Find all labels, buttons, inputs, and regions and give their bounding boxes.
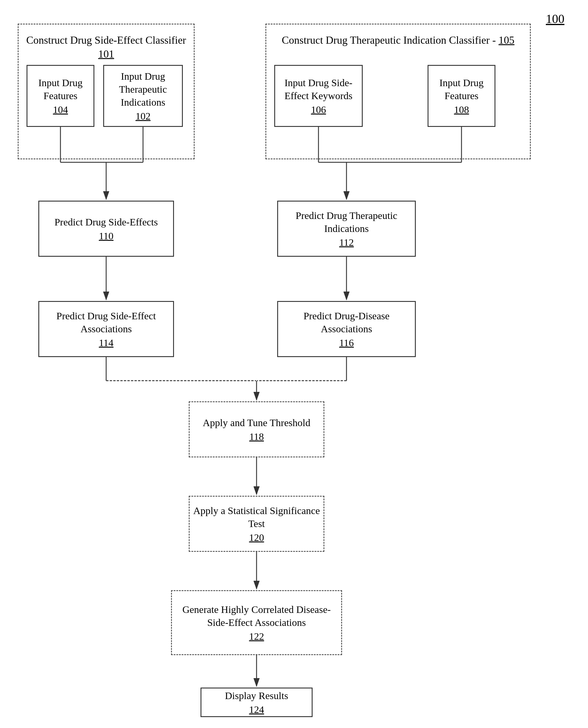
predict-drug-side-effects-110-box: Predict Drug Side-Effects 110 <box>38 201 174 257</box>
diagram-container: 100 Construct Drug Side-Effect Classifie… <box>0 0 588 728</box>
display-results-124-label: Display Results <box>225 689 288 702</box>
predict-drug-side-effect-assoc-114-label: Predict Drug Side-Effect Associations <box>39 309 173 336</box>
outer-left-title: Construct Drug Side-Effect Classifier 10… <box>24 33 188 61</box>
apply-tune-threshold-118-label: Apply and Tune Threshold <box>203 417 311 429</box>
display-results-124-box: Display Results 124 <box>201 688 313 717</box>
predict-drug-therapeutic-112-number: 112 <box>339 237 354 248</box>
outer-left-number: 101 <box>98 48 114 60</box>
generate-highly-correlated-122-number: 122 <box>249 631 264 642</box>
figure-number: 100 <box>546 12 564 26</box>
outer-right-title: Construct Drug Therapeutic Indication Cl… <box>272 33 524 47</box>
apply-stat-test-120-box: Apply a Statistical Significance Test 12… <box>189 496 324 552</box>
apply-tune-threshold-118-number: 118 <box>249 431 264 442</box>
input-drug-therapeutic-102-label: Input Drug Therapeutic Indications <box>104 70 182 109</box>
input-drug-features-104-label: Input Drug Features <box>27 77 93 102</box>
predict-drug-therapeutic-112-label: Predict Drug Therapeutic Indications <box>278 209 415 235</box>
predict-drug-side-effect-assoc-114-number: 114 <box>99 337 113 348</box>
input-drug-features-108-label: Input Drug Features <box>428 77 495 102</box>
predict-drug-side-effects-110-number: 110 <box>99 230 113 242</box>
predict-drug-disease-assoc-116-number: 116 <box>339 337 354 348</box>
input-drug-side-effect-keywords-106-label: Input Drug Side-Effect Keywords <box>275 77 362 102</box>
input-drug-features-104-number: 104 <box>53 104 68 115</box>
predict-drug-side-effect-assoc-114-box: Predict Drug Side-Effect Associations 11… <box>38 301 174 357</box>
predict-drug-disease-assoc-116-box: Predict Drug-Disease Associations 116 <box>277 301 416 357</box>
predict-drug-side-effects-110-label: Predict Drug Side-Effects <box>55 216 158 229</box>
predict-drug-disease-assoc-116-label: Predict Drug-Disease Associations <box>278 309 415 336</box>
display-results-124-number: 124 <box>249 704 264 715</box>
apply-stat-test-120-label: Apply a Statistical Significance Test <box>190 504 323 530</box>
outer-right-number: 105 <box>499 34 514 46</box>
input-drug-side-effect-keywords-106-box: Input Drug Side-Effect Keywords 106 <box>274 65 363 127</box>
generate-highly-correlated-122-label: Generate Highly Correlated Disease-Side-… <box>172 603 341 629</box>
apply-stat-test-120-number: 120 <box>249 532 264 543</box>
input-drug-side-effect-keywords-106-number: 106 <box>311 104 326 115</box>
input-drug-therapeutic-102-number: 102 <box>135 111 151 122</box>
input-drug-features-108-box: Input Drug Features 108 <box>427 65 496 127</box>
input-drug-therapeutic-102-box: Input Drug Therapeutic Indications 102 <box>103 65 183 127</box>
predict-drug-therapeutic-112-box: Predict Drug Therapeutic Indications 112 <box>277 201 416 257</box>
apply-tune-threshold-118-box: Apply and Tune Threshold 118 <box>189 401 324 458</box>
input-drug-features-104-box: Input Drug Features 104 <box>26 65 94 127</box>
generate-highly-correlated-122-box: Generate Highly Correlated Disease-Side-… <box>171 590 342 655</box>
input-drug-features-108-number: 108 <box>454 104 469 115</box>
